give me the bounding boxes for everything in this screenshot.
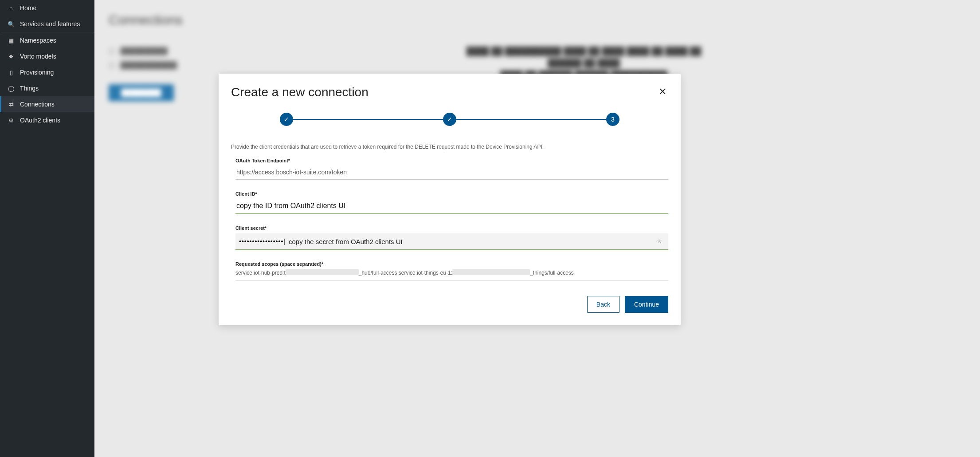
scopes-field: Requested scopes (space separated)* serv… [231,261,668,281]
step-3: 3 [606,113,619,126]
sidebar-item-label: Provisioning [20,69,54,76]
modal-title: Create a new connection [231,85,368,99]
scope-text-1: service:iot-hub-prod:t [235,270,286,276]
client-id-label: Client ID* [235,191,668,197]
sidebar-item-vorto[interactable]: ❖ Vorto models [0,48,94,64]
connections-icon: ⇄ [8,101,15,108]
scope-text-3: _things/full-access [530,270,574,276]
client-secret-field: Client secret* copy the secret from OAut… [231,225,668,250]
back-button[interactable]: Back [587,296,619,313]
sidebar-item-oauth2[interactable]: ⚙ OAuth2 clients [0,112,94,128]
step-1: ✓ [280,113,293,126]
sidebar-item-services[interactable]: 🔍 Services and features [0,16,94,32]
scopes-label: Requested scopes (space separated)* [235,261,668,267]
scope-redacted-1 [286,269,359,275]
sidebar-item-provisioning[interactable]: ▯ Provisioning [0,64,94,80]
close-icon[interactable]: ✕ [657,85,668,98]
client-secret-label: Client secret* [235,225,668,231]
scope-text-2: _hub/full-access service:iot-things-eu-1… [359,270,452,276]
grid-icon: ▦ [8,37,15,44]
oauth-endpoint-input[interactable] [235,166,668,180]
scope-redacted-2 [452,269,530,275]
sidebar-item-label: Connections [20,101,55,108]
circle-icon: ◯ [8,85,15,92]
step-line [293,119,443,120]
sidebar-item-things[interactable]: ◯ Things [0,80,94,96]
client-id-field: Client ID* [231,191,668,214]
step-2: ✓ [443,113,456,126]
create-connection-modal: Create a new connection ✕ ✓ ✓ 3 Provide … [219,74,681,325]
eye-icon[interactable]: 👁 [656,238,663,245]
diamond-icon: ❖ [8,53,15,60]
sidebar-item-label: Vorto models [20,53,56,60]
page-title: Connections [109,12,966,28]
sidebar-item-connections[interactable]: ⇄ Connections [0,96,94,112]
device-icon: ▯ [8,69,15,76]
step-line [456,119,606,120]
sidebar-item-label: Services and features [20,20,80,28]
sidebar-item-label: Namespaces [20,37,56,44]
sidebar-item-home[interactable]: ⌂ Home [0,0,94,16]
client-id-input[interactable] [235,199,668,214]
client-secret-input[interactable] [235,233,289,249]
oauth-endpoint-field: OAuth Token Endpoint* [231,158,668,180]
search-icon: 🔍 [8,20,15,28]
sidebar: ⌂ Home 🔍 Services and features ▦ Namespa… [0,0,94,457]
form-description: Provide the client credentials that are … [231,144,668,150]
oauth-endpoint-label: OAuth Token Endpoint* [235,158,668,163]
client-secret-hint: copy the secret from OAuth2 clients UI [289,238,403,245]
home-icon: ⌂ [8,4,15,12]
sidebar-item-label: OAuth2 clients [20,117,60,124]
sidebar-item-label: Things [20,85,39,92]
wizard-stepper: ✓ ✓ 3 [231,113,668,126]
sidebar-item-namespaces[interactable]: ▦ Namespaces [0,32,94,48]
continue-button[interactable]: Continue [625,296,668,313]
scopes-input[interactable]: service:iot-hub-prod:t _hub/full-access … [235,269,668,281]
gear-icon: ⚙ [8,117,15,124]
sidebar-item-label: Home [20,4,36,12]
